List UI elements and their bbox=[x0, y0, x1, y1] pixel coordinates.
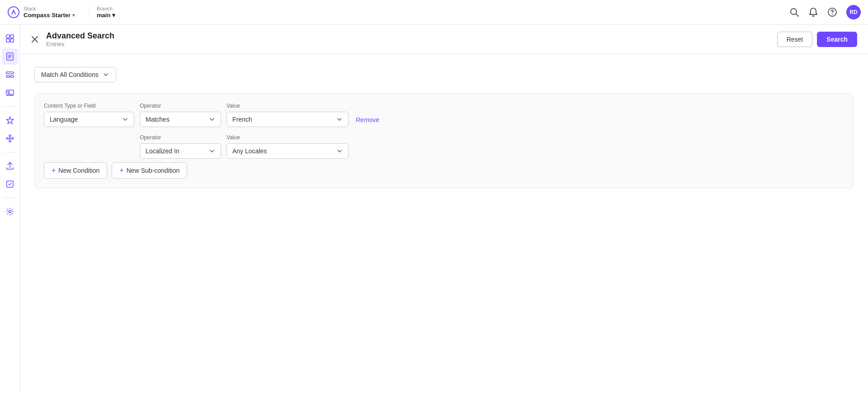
brand-icon bbox=[7, 6, 20, 19]
brand-caret-icon: ▾ bbox=[72, 13, 75, 18]
close-button[interactable] bbox=[31, 35, 39, 43]
main-layout: Advanced Search Entries Reset Search Mat… bbox=[0, 25, 868, 393]
svg-rect-14 bbox=[6, 72, 14, 74]
branch-info[interactable]: Branch main ▾ bbox=[89, 6, 115, 19]
svg-rect-9 bbox=[10, 39, 14, 42]
operator2-chevron-icon bbox=[209, 148, 215, 154]
workflows-icon bbox=[5, 134, 14, 143]
publish-icon bbox=[5, 161, 14, 170]
svg-point-5 bbox=[832, 14, 833, 15]
operator2-value: Localized In bbox=[146, 147, 179, 155]
content-type-chevron-icon bbox=[122, 116, 128, 123]
operator1-select[interactable]: Matches bbox=[140, 112, 221, 127]
svg-rect-15 bbox=[6, 76, 9, 77]
search-body: Match All Conditions Content Type or Fie… bbox=[20, 54, 868, 393]
sidebar-item-publish[interactable] bbox=[2, 158, 18, 174]
close-icon bbox=[31, 35, 39, 43]
new-condition-button[interactable]: + New Condition bbox=[44, 162, 107, 179]
help-button[interactable] bbox=[827, 7, 837, 17]
panel-title: Advanced Search bbox=[46, 31, 777, 41]
sidebar-item-tasks[interactable] bbox=[2, 176, 18, 192]
svg-point-22 bbox=[12, 137, 14, 139]
operator2-label: Operator bbox=[140, 134, 221, 141]
search-button-panel[interactable]: Search bbox=[817, 32, 857, 47]
branch-caret-icon: ▾ bbox=[112, 12, 115, 19]
svg-rect-16 bbox=[10, 76, 14, 77]
value1-chevron-icon bbox=[336, 116, 343, 123]
sidebar-item-assets[interactable] bbox=[2, 85, 18, 101]
svg-point-20 bbox=[9, 135, 11, 137]
sidebar-item-releases[interactable] bbox=[2, 112, 18, 128]
content-type-select[interactable]: Language bbox=[44, 112, 134, 127]
brand-info: Stack Compass Starter ▾ bbox=[24, 6, 75, 19]
svg-point-19 bbox=[6, 137, 8, 139]
svg-rect-6 bbox=[6, 35, 9, 38]
value1-select[interactable]: French bbox=[226, 112, 349, 127]
sidebar-divider-3 bbox=[4, 198, 16, 198]
value2-field-group: Value Any Locales bbox=[226, 134, 349, 159]
entries-icon bbox=[5, 52, 14, 61]
value2-chevron-icon bbox=[336, 148, 343, 154]
svg-point-21 bbox=[9, 140, 11, 142]
sidebar bbox=[0, 25, 20, 393]
svg-point-0 bbox=[8, 7, 19, 18]
tasks-icon bbox=[5, 180, 14, 189]
sidebar-divider-2 bbox=[4, 152, 16, 152]
svg-point-26 bbox=[9, 211, 11, 213]
dashboard-icon bbox=[5, 34, 14, 43]
content-type-label: Content Type or Field bbox=[44, 103, 134, 109]
remove-button[interactable]: Remove bbox=[354, 113, 381, 127]
svg-line-3 bbox=[796, 14, 799, 17]
settings-icon bbox=[5, 207, 14, 216]
svg-rect-7 bbox=[10, 35, 14, 38]
operator1-label: Operator bbox=[140, 103, 221, 109]
search-button[interactable] bbox=[789, 7, 799, 17]
condition-block: Content Type or Field Language Operator bbox=[34, 93, 854, 188]
bell-icon bbox=[808, 7, 818, 17]
reset-button[interactable]: Reset bbox=[777, 32, 813, 47]
value2-label: Value bbox=[226, 134, 349, 141]
svg-rect-8 bbox=[6, 39, 9, 42]
operator1-value: Matches bbox=[146, 116, 170, 123]
new-subcondition-button[interactable]: + New Sub-condition bbox=[112, 162, 187, 179]
svg-point-1 bbox=[13, 10, 14, 11]
assets-icon bbox=[5, 88, 14, 97]
new-subcondition-plus-icon: + bbox=[119, 166, 123, 175]
sidebar-item-dashboard[interactable] bbox=[2, 30, 18, 47]
sub-conditions: Operator Localized In Value bbox=[140, 134, 844, 159]
new-condition-label: New Condition bbox=[58, 167, 99, 174]
content-area: Advanced Search Entries Reset Search Mat… bbox=[20, 25, 868, 393]
operator1-field-group: Operator Matches bbox=[140, 103, 221, 127]
content-type-value: Language bbox=[50, 116, 78, 123]
brand-logo[interactable]: Stack Compass Starter ▾ bbox=[7, 6, 75, 19]
value2-value: Any Locales bbox=[232, 147, 267, 155]
sidebar-item-workflows[interactable] bbox=[2, 130, 18, 147]
branch-value: main ▾ bbox=[97, 12, 115, 19]
sidebar-item-entries[interactable] bbox=[2, 48, 18, 65]
svg-point-18 bbox=[8, 91, 9, 93]
notifications-button[interactable] bbox=[808, 7, 818, 17]
avatar[interactable]: RD bbox=[846, 5, 861, 19]
branch-label: Branch bbox=[97, 6, 115, 12]
value1-field-group: Value French bbox=[226, 103, 349, 127]
value2-select[interactable]: Any Locales bbox=[226, 143, 349, 159]
operator2-select[interactable]: Localized In bbox=[140, 143, 221, 159]
condition-row-1: Content Type or Field Language Operator bbox=[44, 103, 844, 127]
stack-label: Stack bbox=[24, 6, 75, 12]
panel-title-group: Advanced Search Entries bbox=[46, 31, 777, 47]
nav-actions: RD bbox=[789, 5, 861, 19]
help-icon bbox=[827, 7, 837, 17]
search-icon bbox=[789, 7, 799, 17]
sidebar-divider bbox=[4, 106, 16, 107]
new-condition-plus-icon: + bbox=[52, 166, 56, 175]
value1-label: Value bbox=[226, 103, 349, 109]
chevron-down-icon bbox=[102, 71, 109, 78]
value1-value: French bbox=[232, 116, 252, 123]
content-types-icon bbox=[5, 70, 14, 79]
sidebar-item-content-types[interactable] bbox=[2, 66, 18, 83]
condition-actions: + New Condition + New Sub-condition bbox=[44, 162, 844, 179]
releases-icon bbox=[5, 116, 14, 125]
match-all-dropdown[interactable]: Match All Conditions bbox=[34, 67, 116, 82]
operator2-field-group: Operator Localized In bbox=[140, 134, 221, 159]
sidebar-item-settings[interactable] bbox=[2, 204, 18, 220]
